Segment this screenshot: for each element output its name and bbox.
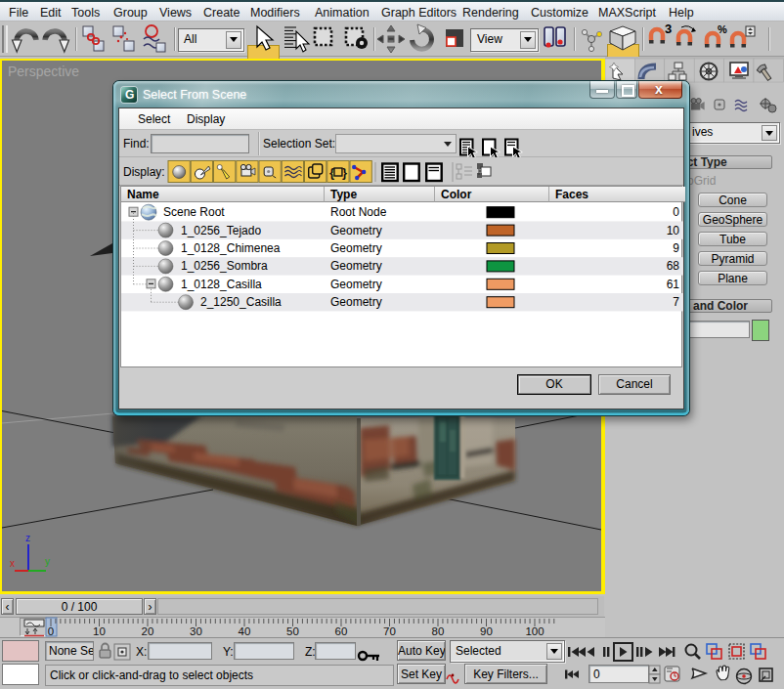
svg-text:Geometry: Geometry bbox=[330, 295, 382, 309]
svg-text:Geometry: Geometry bbox=[330, 278, 382, 291]
svg-text:10: 10 bbox=[667, 224, 680, 237]
svg-text:Scene Root: Scene Root bbox=[163, 205, 225, 219]
svg-text:7: 7 bbox=[673, 295, 679, 309]
svg-text:}: } bbox=[342, 165, 347, 180]
svg-text:z: z bbox=[25, 533, 30, 543]
svg-text:%: % bbox=[718, 23, 727, 35]
svg-text:1_0256_Sombra: 1_0256_Sombra bbox=[181, 259, 268, 273]
svg-text:70: 70 bbox=[383, 625, 396, 637]
svg-text:61: 61 bbox=[667, 278, 680, 291]
svg-text:80: 80 bbox=[432, 625, 445, 637]
svg-text:90: 90 bbox=[480, 625, 493, 637]
svg-text:0: 0 bbox=[48, 625, 54, 637]
svg-text:50: 50 bbox=[286, 625, 299, 637]
svg-text:Geometry: Geometry bbox=[330, 241, 382, 255]
svg-text:100: 100 bbox=[525, 625, 544, 637]
svg-text:Root Node: Root Node bbox=[330, 205, 387, 219]
svg-text:1_0128_Chimenea: 1_0128_Chimenea bbox=[181, 241, 281, 255]
svg-text:1_0128_Casilla: 1_0128_Casilla bbox=[181, 278, 262, 291]
svg-text:x: x bbox=[10, 558, 15, 569]
svg-text:20: 20 bbox=[142, 625, 154, 637]
svg-text:60: 60 bbox=[335, 625, 348, 637]
svg-text:1_0256_Tejado: 1_0256_Tejado bbox=[181, 224, 261, 237]
svg-text:y: y bbox=[45, 556, 50, 567]
svg-text:3: 3 bbox=[665, 22, 672, 36]
svg-text:30: 30 bbox=[190, 625, 202, 637]
svg-text:9: 9 bbox=[673, 241, 679, 255]
svg-text:68: 68 bbox=[667, 259, 680, 273]
svg-text:10: 10 bbox=[93, 625, 106, 637]
svg-text:2_1250_Casilla: 2_1250_Casilla bbox=[200, 295, 282, 309]
svg-text:Geometry: Geometry bbox=[330, 259, 382, 273]
svg-text:Geometry: Geometry bbox=[330, 224, 382, 237]
svg-text:40: 40 bbox=[239, 625, 251, 637]
svg-text:0: 0 bbox=[673, 205, 679, 219]
